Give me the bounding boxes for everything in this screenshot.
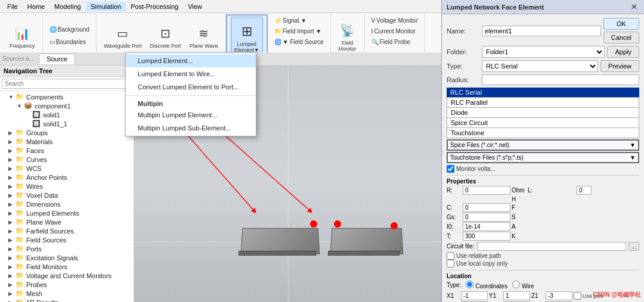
btn-waveguide-port[interactable]: ▭ Waveguide Port [100,15,145,57]
folder-select[interactable]: Folder1 [482,46,605,58]
dialog-close-button[interactable]: ✕ [629,2,639,11]
type-label: Type: [447,63,479,70]
tree-item-excitation[interactable]: ▶📁Excitation Signals [0,253,134,262]
tree-item-wcs[interactable]: ▶📁WCS [0,164,134,173]
i0-unit: A [512,223,527,230]
menu-file[interactable]: File [2,2,23,11]
monitor-voltage-label: Monitor volta... [456,166,496,172]
properties-grid-2: H [447,196,639,203]
tree-item-plane-wave[interactable]: ▶📁Plane Wave [0,217,134,226]
coordinates-radio[interactable] [466,281,473,288]
x1-input[interactable] [461,291,488,300]
relative-path-checkbox[interactable] [447,252,454,260]
menu-postprocessing[interactable]: Post-Processing [126,2,183,11]
dialog-content: Name: OK Cancel Folder: Folder1 Apply Ty… [442,14,644,302]
tree-item-groups[interactable]: ▶📁Groups [0,128,134,137]
btn-signal[interactable]: ⚡ Signal ▼ [271,15,309,26]
dropdown-menu: Lumped Element... Lumped Element to Wire… [125,52,256,136]
dialog-titlebar: Lumped Network Face Element ✕ [442,0,644,14]
tree-item-materials[interactable]: ▶📁Materials [0,137,134,146]
btn-background[interactable]: 🌐 Background [47,23,92,35]
btn-field-import[interactable]: 📁 Field Import ▼ [271,26,324,36]
btn-current-monitor[interactable]: I Current Monitor [369,26,419,36]
ok-button[interactable]: OK [603,18,639,30]
menu-modeling[interactable]: Modeling [49,2,86,11]
wire-radio[interactable] [512,281,520,288]
name-input[interactable] [482,26,601,36]
tree-item-farfield-sources[interactable]: ▶📁Farfield Sources [0,226,134,235]
btn-field-source[interactable]: 🌀 ▼ Field Source [271,37,327,47]
btn-voltage-monitor[interactable]: V Voltage Monitor [369,15,421,26]
location-type-label: Type: [447,282,461,288]
y1-input[interactable] [503,291,530,300]
radius-input[interactable] [482,74,639,85]
svg-line-2 [217,129,311,211]
dropdown-lumped-element[interactable]: Lumped Element... [126,54,256,67]
menu-simulation[interactable]: Simulation [86,2,126,11]
tree-item-component1[interactable]: ▼📦component1 [0,101,134,110]
dropdown-multipin-sub[interactable]: Multipin Lumped Sub-Element... [126,122,256,135]
r-input[interactable] [463,186,510,195]
t-input[interactable] [463,232,510,241]
relative-path-label: Use relative path [456,253,501,259]
gs-input[interactable] [463,213,510,222]
tree-item-solid1[interactable]: 🔲solid1 [0,110,134,119]
btn-discrete-port[interactable]: ⊡ Discrete Port [147,15,185,57]
preview-button[interactable]: Preview [600,60,639,72]
tree-item-components[interactable]: ▼📁Components [0,92,134,101]
type-select[interactable]: RLC Serial RLC Parallel Diode Spice Circ… [482,60,598,72]
type-option-diode[interactable]: Diode [447,108,639,118]
tab-source[interactable]: Source [39,54,75,64]
dropdown-lumped-to-wire[interactable]: Lumped Element to Wire... [126,67,256,80]
i0-input[interactable] [463,222,510,231]
btn-field-monitor[interactable]: 📡 FieldMonitor [335,15,361,57]
tree-item-probes[interactable]: ▶📁Probes [0,280,134,289]
tree-item-wires[interactable]: ▶📁Wires [0,182,134,191]
tree-item-ports[interactable]: ▶📁Ports [0,244,134,253]
type-option-spice[interactable]: Spice Circuit [447,118,639,128]
circuit-file-input[interactable] [477,242,626,251]
cancel-button[interactable]: Cancel [603,32,639,43]
btn-frequency[interactable]: 📊 Frequency [6,15,39,57]
menu-home[interactable]: Home [23,2,49,11]
tree-item-faces[interactable]: ▶📁Faces [0,146,134,155]
monitor-voltage-checkbox[interactable] [447,165,454,173]
radius-row: Radius: [447,74,639,85]
menu-view[interactable]: View [183,2,207,11]
c-input[interactable] [463,203,510,212]
dropdown-multipin-lumped[interactable]: Multipin Lumped Element... [126,108,256,122]
tree-item-curves[interactable]: ▶📁Curves [0,155,134,164]
gs-unit: S [512,214,527,220]
tree-item-1d-results[interactable]: ▶📁1D Results [0,298,134,302]
relative-path-row: Use relative path [447,252,639,260]
btn-boundaries[interactable]: ▭ Boundaries [47,36,89,48]
tree-item-dimensions[interactable]: ▶📁Dimensions [0,200,134,208]
spice-dropdown[interactable]: Spice Files (*.cir;*.net) ▼ [447,139,639,151]
btn-field-probe[interactable]: 🔍 Field Probe [369,37,413,47]
tree-item-field-sources[interactable]: ▶📁Field Sources [0,235,134,244]
local-copy-checkbox[interactable] [447,260,454,267]
search-input[interactable] [2,79,132,89]
tree-item-field-monitors[interactable]: ▶📁Field Monitors [0,262,134,271]
apply-button[interactable]: Apply [607,46,639,58]
tree-item-voltage-monitors[interactable]: ▶📁Voltage and Current Monitors [0,271,134,280]
type-option-touchstone[interactable]: Touchstone [447,128,639,138]
tree-item-voxel[interactable]: ▶📁Voxel Data [0,191,134,200]
x1-label: X1 [447,292,460,299]
touchstone-dropdown[interactable]: Touchstone Files (*.s*p;*.ts) ▼ [447,152,639,163]
z1-input[interactable] [546,291,572,300]
tree-item-anchor-points[interactable]: ▶📁Anchor Points [0,173,134,182]
monitor-voltage-row: Monitor volta... [447,165,639,173]
tree-item-solid1-1[interactable]: 🔲solid1_1 [0,119,134,128]
dropdown-convert-lumped[interactable]: Convert Lumped Element to Port... [126,80,256,94]
spice-label: Spice Files (*.cir;*.net) [450,142,509,148]
btn-plane-wave[interactable]: ≋ Plane Wave [186,15,222,57]
type-option-rlc-parallel[interactable]: RLC Parallel [447,97,639,108]
tree-item-lumped-elements[interactable]: ▶📁Lumped Elements [0,208,134,217]
circuit-file-browse[interactable]: ... [628,242,639,251]
section-divider-1 [447,175,639,176]
l-input[interactable] [577,186,592,195]
type-option-rlc-serial[interactable]: RLC Serial [447,88,639,97]
tree-item-mesh[interactable]: ▶📁Mesh [0,289,134,298]
use-pick-1-checkbox[interactable] [574,292,581,300]
